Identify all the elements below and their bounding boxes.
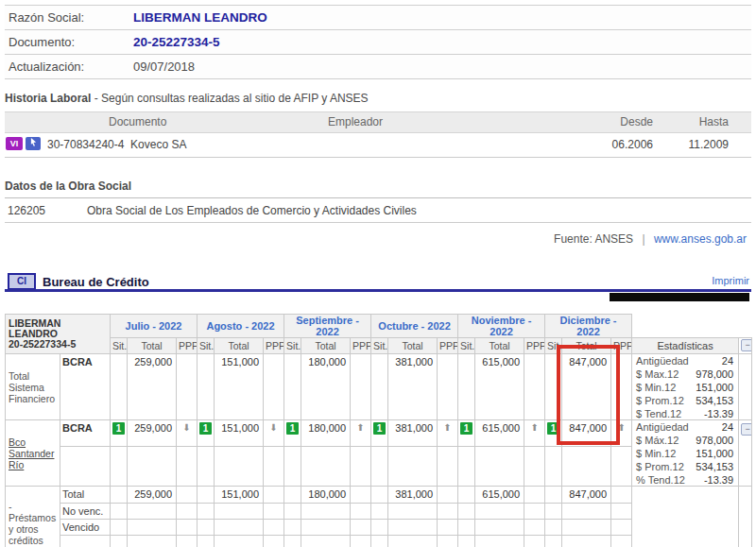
situation-badge: 1 [286,422,299,435]
empty-cell [438,504,458,520]
bureau-title: Bureau de Crédito [43,275,149,289]
bureau-table: LIBERMAN LEANDRO 20-25227334-5 Julio - 2… [5,314,752,547]
column-header-desde: Desde [587,115,653,128]
entity-prestamos: - Préstamos y otros créditos [6,487,60,547]
obra-social-row: 126205 Obra Social de Los Empleados de C… [5,198,751,223]
month-header-diciembre: Diciembre - 2022 [545,315,632,338]
total-value: 151,000 [215,420,264,447]
empty-cell [301,536,351,547]
sit-cell: 1 [111,420,128,447]
ppp-cell: ⬆ [611,420,632,447]
column-header-hasta: Hasta [662,115,729,128]
sit-cell: 1 [458,420,475,447]
total-value: 615,000 [475,354,524,420]
subheader-total: Total [215,338,264,354]
empty-cell [475,520,524,536]
actualizacion-label: Actualización: [5,60,133,74]
empty-cell [475,447,524,487]
empty-cell [177,536,198,547]
subheader-ppp: PPP [351,338,371,354]
empty-cell [128,504,177,520]
column-header-documento: Documento [109,115,166,128]
obra-social-name: Obra Social de Los Empleados de Comercio… [87,204,417,217]
ppp-cell [611,487,632,504]
stat-value: 534,153 [689,460,739,473]
bureau-header-rule [5,289,751,292]
trend-down-icon: ⬇ [269,422,277,433]
month-header-noviembre: Noviembre - 2022 [458,315,545,338]
ppp-cell [264,487,284,504]
cursor-arrow-icon[interactable] [26,137,41,150]
stat-label: $ Prom.12 [632,394,689,407]
empty-cell [545,504,562,520]
ppp-cell [438,487,458,504]
stat-value: 978,000 [689,368,739,381]
historia-title-bold: Historia Laboral [5,92,91,105]
collapse-icon[interactable]: − [741,423,752,436]
empty-cell [611,447,632,487]
sit-cell [371,354,388,420]
empty-cell [545,447,562,487]
empty-cell [524,504,545,520]
subheader-sit: Sit. [111,338,128,354]
ppp-cell [177,487,198,504]
subheader-ppp: PPP [177,338,198,354]
empty-cell [198,447,215,487]
subheader-ppp: PPP [524,338,545,354]
empty-cell [301,520,351,536]
documento-label: Documento: [5,35,133,49]
empty-cell [388,447,438,487]
imprimir-link[interactable]: Imprimir [712,275,749,286]
ppp-cell [611,354,632,420]
empty-cell [111,536,128,547]
empty-cell [284,504,301,520]
empty-cell [524,447,545,487]
collapse-icon[interactable]: − [741,339,752,351]
entity-bco-santander-rio-link[interactable]: Bco Santander Río [6,420,60,487]
empty-cell [177,520,198,536]
stat-label: % Tend.12 [632,473,689,487]
empty-cell [215,536,264,547]
total-value: 847,000 [562,487,611,504]
identity-summary: Razón Social: LIBERMAN LEANDRO Documento… [5,5,751,79]
source-bcra: BCRA [60,354,111,420]
sit-cell [371,487,388,504]
empty-cell [177,447,198,487]
empty-cell [388,536,438,547]
empty-cell [111,520,128,536]
stat-label: Antigüedad [632,354,689,368]
historia-title: Historia Laboral - Según consultas reali… [5,92,751,105]
empty-cell [60,447,111,487]
empty-cell [388,520,438,536]
empty-cell [284,520,301,536]
sit-cell [458,354,475,420]
ci-badge: CI [8,273,36,290]
total-value: 259,000 [128,487,177,504]
person-cell: LIBERMAN LEANDRO 20-25227334-5 [6,315,111,354]
empty-cell [264,520,284,536]
razon-social-label: Razón Social: [5,10,133,25]
vi-badge-icon[interactable]: VI [6,137,23,150]
trend-up-icon: ⬆ [443,422,451,433]
anses-link[interactable]: www.anses.gob.ar [654,232,747,246]
situation-badge: 1 [199,422,212,435]
redacted-bar [610,293,749,301]
sit-cell [111,354,128,420]
empty-cell [111,504,128,520]
stat-value: 151,000 [689,381,739,394]
subheader-total: Total [301,338,351,354]
trend-down-icon: ⬇ [182,422,190,433]
ppp-cell: ⬆ [524,420,545,447]
stat-value: 24 [689,420,739,434]
stat-label: $ Máx.12 [632,434,689,447]
empty-cell [128,536,177,547]
icon-col-cell: − [739,420,752,487]
empty-cell [301,504,351,520]
hasta-value: 11.2009 [662,138,729,151]
month-header-agosto: Agosto - 2022 [198,315,284,338]
icon-col-cell [739,354,752,420]
stats-empty [632,487,739,547]
header-blank [632,315,752,338]
empty-cell [264,536,284,547]
empty-cell [562,447,611,487]
